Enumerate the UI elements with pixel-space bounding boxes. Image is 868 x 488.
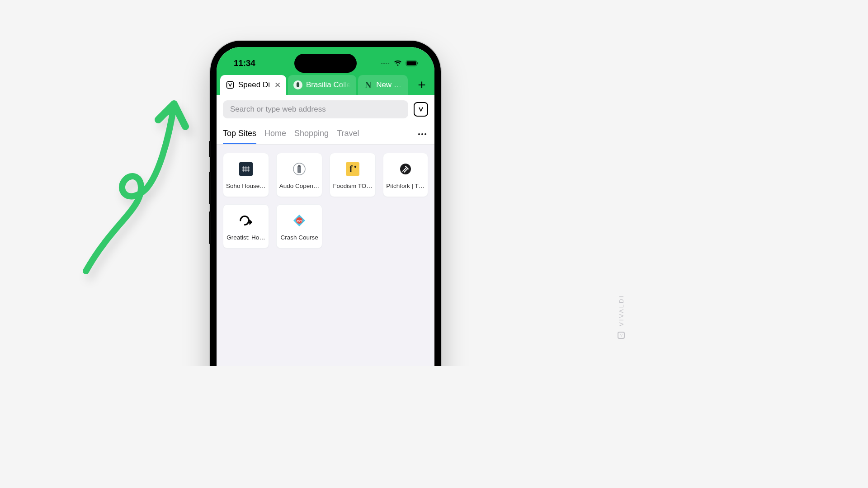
browser-content: Top Sites Home Shopping Travel Soho Hous… <box>217 95 434 366</box>
search-input[interactable] <box>223 100 408 118</box>
phone-frame: 11:34 Speed Di ✕ <box>210 41 441 366</box>
category-home[interactable]: Home <box>264 124 286 144</box>
tab-brasilia[interactable]: Brasilia Colle <box>288 75 356 95</box>
site-icon <box>398 162 413 176</box>
speed-dial-audo[interactable]: Audo Copen… <box>276 153 323 197</box>
site-icon: f <box>345 162 360 176</box>
category-top-sites[interactable]: Top Sites <box>223 124 256 144</box>
wifi-icon <box>393 60 402 66</box>
vivaldi-menu-button[interactable] <box>414 102 428 117</box>
phone-screen: 11:34 Speed Di ✕ <box>217 47 434 366</box>
site-favicon: N <box>363 80 373 89</box>
svg-text:CC: CC <box>297 219 302 223</box>
site-icon <box>292 162 307 176</box>
dial-label: Foodism TO… <box>333 183 372 189</box>
category-travel[interactable]: Travel <box>337 124 359 144</box>
speed-dial-grid: Soho House… Audo Copen… f Foodism TO… <box>223 153 428 249</box>
cellular-icon <box>381 63 389 64</box>
dial-label: Pitchfork | T… <box>386 183 425 189</box>
tab-newmag[interactable]: N New Mag <box>358 75 408 95</box>
vivaldi-icon <box>226 80 235 89</box>
close-icon[interactable]: ✕ <box>274 80 281 90</box>
address-bar-row <box>217 95 434 124</box>
speed-dial-area: Soho House… Audo Copen… f Foodism TO… <box>217 145 434 366</box>
more-icon[interactable] <box>418 133 428 135</box>
vivaldi-logo-icon <box>618 332 625 339</box>
svg-rect-12 <box>297 166 301 173</box>
new-tab-button[interactable]: + <box>412 75 432 95</box>
speed-dial-soho[interactable]: Soho House… <box>223 153 269 197</box>
dial-label: Crash Course <box>279 234 320 241</box>
svg-rect-1 <box>407 61 416 66</box>
tab-speed-dial[interactable]: Speed Di ✕ <box>220 75 286 95</box>
svg-text:f: f <box>349 164 353 174</box>
svg-point-16 <box>354 165 356 167</box>
speed-dial-greatist[interactable]: Greatist: Ho… <box>223 204 269 249</box>
tab-strip: Speed Di ✕ Brasilia Colle N New Mag + <box>217 75 434 95</box>
battery-icon <box>406 60 419 66</box>
svg-rect-13 <box>298 165 301 167</box>
speed-dial-pitchfork[interactable]: Pitchfork | T… <box>383 153 428 197</box>
watermark-text: VIVALDI <box>618 295 625 326</box>
speed-dial-crashcourse[interactable]: CC Crash Course <box>276 204 323 249</box>
status-time: 11:34 <box>234 58 255 68</box>
svg-rect-2 <box>417 62 418 65</box>
annotation-arrow <box>68 77 203 276</box>
phone-side-button <box>209 141 211 157</box>
site-icon <box>239 162 253 176</box>
vivaldi-watermark: VIVALDI <box>618 295 625 339</box>
svg-rect-3 <box>227 82 234 89</box>
dial-label: Soho House… <box>226 183 266 189</box>
category-tabs: Top Sites Home Shopping Travel <box>217 124 434 145</box>
phone-volume-down <box>209 211 211 244</box>
site-icon <box>239 213 253 228</box>
site-icon: CC <box>292 213 307 228</box>
tab-label: Speed Di <box>238 80 270 89</box>
dial-label: Audo Copen… <box>279 183 320 189</box>
site-favicon <box>293 80 302 89</box>
tab-label: New Mag <box>376 80 402 89</box>
phone-volume-up <box>209 172 211 204</box>
category-shopping[interactable]: Shopping <box>294 124 329 144</box>
dial-label: Greatist: Ho… <box>226 234 266 241</box>
dynamic-island <box>294 54 357 73</box>
svg-rect-14 <box>346 162 359 176</box>
speed-dial-foodism[interactable]: f Foodism TO… <box>330 153 375 197</box>
status-right <box>381 60 419 66</box>
tab-label: Brasilia Colle <box>306 80 351 89</box>
